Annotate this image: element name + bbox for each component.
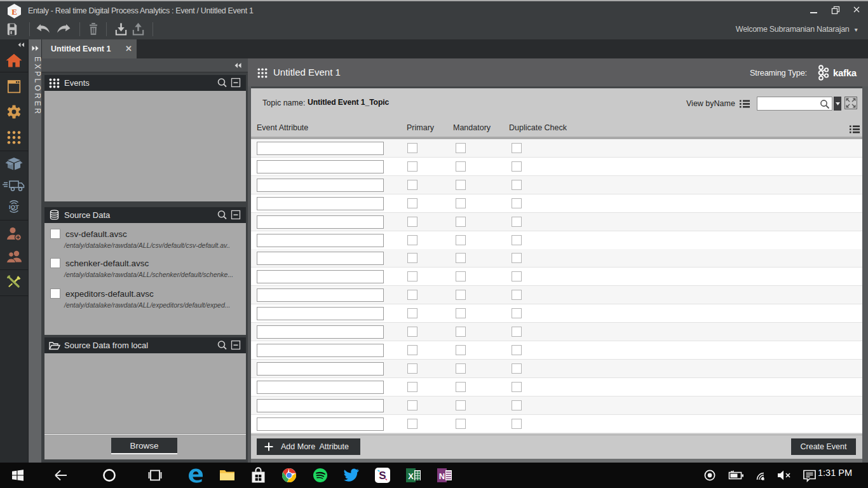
svg-text:X: X [408, 471, 414, 481]
svg-text:S: S [379, 470, 386, 482]
svg-text:E: E [11, 7, 17, 17]
svg-text:N: N [439, 471, 445, 481]
svg-text:IOT: IOT [9, 203, 19, 210]
